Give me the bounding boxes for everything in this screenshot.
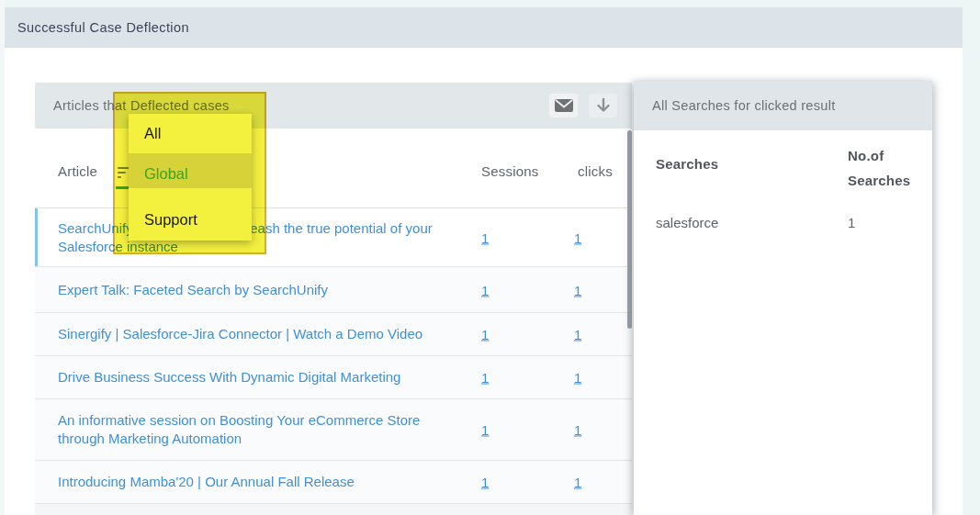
article-link[interactable]: Introducing Mamba'20 | Our Annual Fall R… [58,473,451,491]
source-filter-dropdown: All Global Support [129,114,252,241]
table-row [35,503,632,515]
search-count: 1 [848,215,855,230]
page-header-bar: Successful Case Deflection [5,7,963,48]
sessions-link[interactable]: 1 [481,370,489,386]
table-row[interactable]: Sinergify | Salesforce-Jira Connector | … [35,312,632,355]
clicks-link[interactable]: 1 [574,370,581,386]
dropdown-item-all[interactable]: All [144,125,161,142]
table-row[interactable]: SearchUnify for Salesforce: Unleash the … [35,208,632,266]
dropdown-item-support[interactable]: Support [144,211,197,229]
dropdown-item-global[interactable]: Global [144,165,188,183]
all-searches-panel: All Searches for clicked result Searches… [634,81,932,515]
article-link[interactable]: Sinergify | Salesforce-Jira Connector | … [58,325,451,343]
email-report-button[interactable] [549,94,578,118]
article-link[interactable]: Expert Talk: Faceted Search by SearchUni… [58,281,451,299]
article-link[interactable]: Drive Business Success With Dynamic Digi… [58,368,451,386]
article-link[interactable]: An informative session on Boosting Your … [58,411,451,448]
searches-panel-header: All Searches for clicked result [634,81,932,130]
articles-panel-header: Articles that Deflected cases [35,83,632,129]
table-row[interactable]: Drive Business Success With Dynamic Digi… [35,355,632,398]
clicks-link[interactable]: 1 [574,327,581,342]
article-link[interactable]: SearchUnify for Salesforce: Unleash the … [58,219,451,256]
articles-deflected-panel: Articles that Deflected cases Articl [35,83,632,515]
table-row[interactable]: An informative session on Boosting Your … [35,398,632,460]
sessions-link[interactable]: 1 [481,230,489,245]
searches-panel-title: All Searches for clicked result [652,98,836,113]
column-header-no-of-searches: No.of Searches [848,143,927,193]
articles-panel-title: Articles that Deflected cases [53,98,230,113]
column-header-article: Article [58,163,97,179]
sessions-link[interactable]: 1 [481,327,489,342]
left-strip [0,0,5,515]
search-term: salesforce [656,215,718,230]
sessions-link[interactable]: 1 [481,475,489,490]
table-row[interactable]: Introducing Mamba'20 | Our Annual Fall R… [35,460,632,503]
column-header-sessions: Sessions [481,163,538,179]
sessions-link[interactable]: 1 [481,422,489,438]
screen: Successful Case Deflection Articles that… [0,0,980,515]
table-row[interactable]: Expert Talk: Faceted Search by SearchUni… [35,266,632,312]
column-header-searches: Searches [656,156,718,172]
clicks-link[interactable]: 1 [574,282,581,297]
clicks-link[interactable]: 1 [574,230,581,245]
page-title: Successful Case Deflection [17,20,189,35]
sessions-link[interactable]: 1 [481,282,489,297]
vertical-scrollbar[interactable] [627,130,632,329]
mail-icon [554,98,574,113]
articles-table-header: Article Sessions clicks [35,129,632,208]
download-icon [594,96,613,115]
column-header-clicks: clicks [578,163,613,179]
right-strip [963,0,980,515]
download-report-button[interactable] [589,94,617,118]
top-strip [0,0,980,7]
clicks-link[interactable]: 1 [574,475,581,490]
clicks-link[interactable]: 1 [574,422,581,438]
